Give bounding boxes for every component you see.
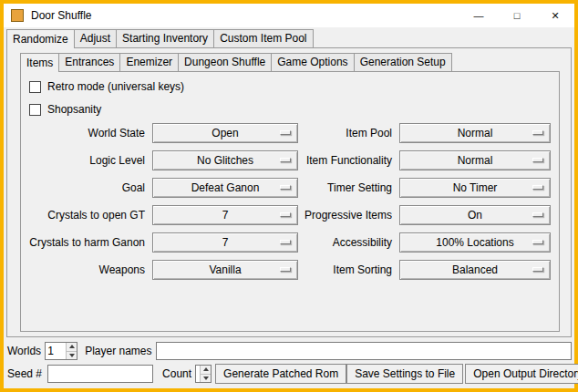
- open-output-directory-button[interactable]: Open Output Directory: [465, 364, 578, 384]
- item-functionality-value: Normal: [458, 151, 493, 170]
- close-button[interactable]: ✕: [536, 4, 574, 27]
- spin-up-button[interactable]: [201, 366, 211, 374]
- worlds-spinbox[interactable]: [45, 342, 77, 360]
- dropdown-indicator-icon: [532, 185, 543, 190]
- form-row: Logic Level No Glitches Item Functionali…: [21, 150, 559, 170]
- dropdown-indicator-icon: [532, 267, 543, 272]
- randomize-pane: Items Entrances Enemizer Dungeon Shuffle…: [6, 47, 572, 337]
- dropdown-indicator-icon: [532, 158, 543, 162]
- crystals-gt-label: Crystals to open GT: [21, 205, 145, 225]
- form-row: Weapons Vanilla Item Sorting Balanced: [21, 260, 559, 280]
- tab-dungeon-shuffle[interactable]: Dungeon Shuffle: [178, 53, 272, 71]
- window-body: Randomize Adjust Starting Inventory Cust…: [4, 27, 574, 388]
- progressive-items-label: Progressive Items: [253, 205, 392, 225]
- spin-down-button[interactable]: [201, 374, 211, 383]
- form-row: Crystals to harm Ganon 7 Accessibility 1…: [21, 232, 559, 253]
- arrow-down-icon: [69, 354, 75, 357]
- window: Door Shuffle — □ ✕ Randomize Adjust Star…: [0, 0, 578, 392]
- world-state-value: Open: [212, 124, 238, 142]
- worlds-spin-arrows: [66, 343, 77, 359]
- tab-entrances[interactable]: Entrances: [58, 53, 120, 71]
- logic-level-label: Logic Level: [21, 150, 145, 170]
- tab-randomize[interactable]: Randomize: [6, 29, 75, 48]
- item-functionality-label: Item Functionality: [253, 150, 392, 170]
- form-row: Crystals to open GT 7 Progressive Items …: [21, 205, 559, 225]
- seed-row: Seed # Count Generate Patched Rom Save S…: [7, 364, 572, 384]
- dropdown-indicator-icon: [532, 212, 543, 217]
- item-pool-dropdown[interactable]: Normal: [399, 123, 551, 143]
- item-functionality-dropdown[interactable]: Normal: [399, 150, 551, 170]
- timer-setting-label: Timer Setting: [253, 178, 392, 198]
- window-controls: — □ ✕: [459, 4, 574, 27]
- tab-enemizer[interactable]: Enemizer: [119, 53, 179, 71]
- worlds-row: Worlds Player names: [7, 341, 572, 361]
- tab-starting-inventory[interactable]: Starting Inventory: [116, 29, 214, 47]
- timer-setting-value: No Timer: [453, 179, 498, 197]
- minimize-button[interactable]: —: [459, 4, 498, 27]
- crystals-ganon-label: Crystals to harm Ganon: [21, 232, 145, 253]
- goal-value: Defeat Ganon: [191, 179, 260, 197]
- window-title: Door Shuffle: [31, 9, 92, 22]
- retro-mode-checkbox[interactable]: [29, 81, 41, 93]
- accessibility-label: Accessibility: [253, 232, 392, 253]
- logic-level-value: No Glitches: [197, 151, 253, 170]
- item-sorting-dropdown[interactable]: Balanced: [399, 260, 551, 280]
- app-icon: [11, 9, 24, 22]
- tab-items[interactable]: Items: [20, 53, 59, 72]
- tab-game-options[interactable]: Game Options: [271, 53, 354, 71]
- titlebar: Door Shuffle — □ ✕: [4, 4, 574, 27]
- minimize-icon: —: [474, 10, 484, 21]
- tab-custom-item-pool[interactable]: Custom Item Pool: [213, 29, 313, 47]
- count-spinbox[interactable]: [195, 365, 212, 383]
- form-row: World State Open Item Pool Normal: [21, 123, 559, 143]
- seed-label: Seed #: [7, 367, 42, 380]
- tab-generation-setup[interactable]: Generation Setup: [354, 53, 452, 71]
- dropdown-indicator-icon: [532, 240, 543, 244]
- shopsanity-label: Shopsanity: [47, 103, 101, 116]
- timer-setting-dropdown[interactable]: No Timer: [399, 178, 551, 198]
- inner-tab-bar: Items Entrances Enemizer Dungeon Shuffle…: [20, 53, 451, 71]
- form-row: Goal Defeat Ganon Timer Setting No Timer: [21, 178, 559, 198]
- item-pool-label: Item Pool: [253, 123, 392, 143]
- crystals-gt-value: 7: [222, 206, 229, 224]
- accessibility-dropdown[interactable]: 100% Locations: [399, 232, 551, 253]
- worlds-input[interactable]: [46, 343, 66, 359]
- spin-down-button[interactable]: [67, 351, 77, 360]
- retro-mode-label: Retro mode (universal keys): [47, 80, 184, 93]
- crystals-ganon-value: 7: [222, 233, 229, 252]
- spin-up-button[interactable]: [67, 343, 77, 351]
- arrow-up-icon: [69, 345, 75, 348]
- item-sorting-label: Item Sorting: [253, 260, 392, 280]
- close-icon: ✕: [551, 10, 559, 22]
- player-names-label: Player names: [85, 345, 151, 357]
- maximize-button[interactable]: □: [498, 4, 536, 27]
- progressive-items-dropdown[interactable]: On: [399, 205, 551, 225]
- maximize-icon: □: [514, 10, 521, 21]
- arrow-up-icon: [203, 367, 209, 371]
- count-spin-arrows: [200, 366, 211, 382]
- accessibility-value: 100% Locations: [436, 233, 513, 252]
- weapons-label: Weapons: [21, 260, 145, 280]
- outer-tab-bar: Randomize Adjust Starting Inventory Cust…: [6, 29, 313, 47]
- count-label: Count: [162, 367, 191, 380]
- tab-adjust[interactable]: Adjust: [74, 29, 117, 47]
- world-state-label: World State: [21, 123, 145, 143]
- arrow-down-icon: [203, 377, 209, 380]
- save-settings-button[interactable]: Save Settings to File: [346, 364, 463, 384]
- item-sorting-value: Balanced: [452, 261, 498, 279]
- progressive-items-value: On: [468, 206, 482, 224]
- player-names-input[interactable]: [156, 342, 573, 360]
- dropdown-indicator-icon: [532, 130, 543, 135]
- items-pane: Retro mode (universal keys) Shopsanity W…: [20, 71, 560, 332]
- generate-patched-rom-button[interactable]: Generate Patched Rom: [215, 364, 346, 384]
- seed-input[interactable]: [47, 365, 153, 383]
- item-pool-value: Normal: [458, 124, 493, 142]
- worlds-label: Worlds: [7, 345, 41, 357]
- shopsanity-row: Shopsanity: [29, 102, 101, 117]
- shopsanity-checkbox[interactable]: [29, 104, 41, 116]
- weapons-value: Vanilla: [209, 261, 241, 279]
- retro-mode-row: Retro mode (universal keys): [29, 79, 184, 94]
- goal-label: Goal: [21, 178, 145, 198]
